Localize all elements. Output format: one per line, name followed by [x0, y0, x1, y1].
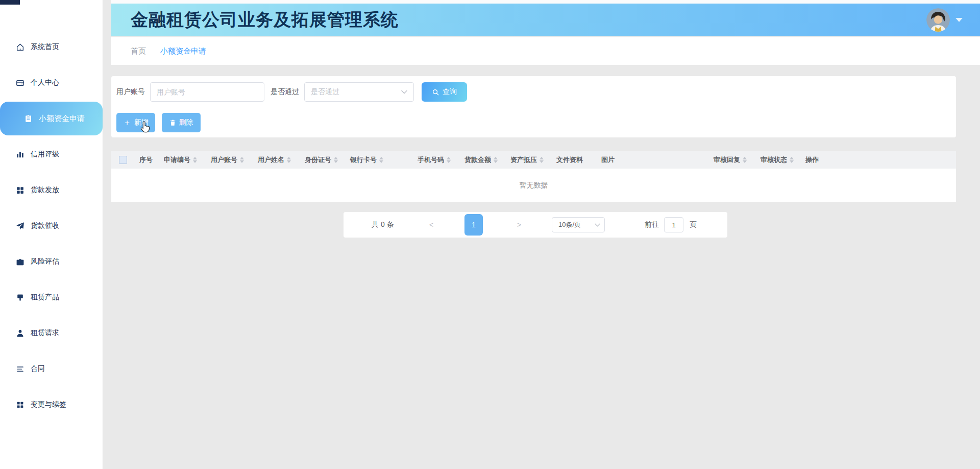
sort-carets-icon[interactable]	[447, 157, 451, 163]
pagination-total: 共 0 条	[372, 220, 394, 229]
send-icon	[16, 222, 24, 230]
action-row: ＋ 新增 删除	[116, 113, 201, 132]
filter-panel: 用户账号 是否通过 是否通过 查询 ＋ 新增	[111, 76, 956, 137]
account-label: 用户账号	[116, 87, 145, 97]
column-label: 审核状态	[761, 155, 787, 165]
filter-row: 用户账号 是否通过 是否通过 查询	[116, 82, 467, 102]
add-button-label: 新增	[134, 118, 149, 127]
home-icon	[16, 43, 24, 52]
column-label: 图片	[601, 155, 615, 165]
column-header-account[interactable]: 用户账号	[206, 155, 253, 165]
column-label: 申请编号	[164, 155, 190, 165]
sidebar-item-lease-product[interactable]: 租赁产品	[0, 279, 103, 315]
column-label: 序号	[139, 155, 153, 165]
top-strip	[111, 0, 980, 4]
sidebar-item-label: 个人中心	[31, 78, 59, 87]
account-input[interactable]	[150, 82, 264, 102]
column-label: 用户账号	[211, 155, 237, 165]
sidebar-item-profile[interactable]: 个人中心	[0, 65, 103, 101]
bar-chart-icon	[16, 150, 24, 159]
column-header-bank-card[interactable]: 银行卡号	[345, 155, 412, 165]
sort-carets-icon[interactable]	[240, 157, 244, 163]
page-1-button[interactable]: 1	[464, 214, 483, 236]
delete-button-label: 删除	[179, 118, 193, 127]
column-header-phone[interactable]: 手机号码	[412, 155, 459, 165]
goto-unit: 页	[690, 220, 697, 229]
pass-select-value: 是否通过	[311, 87, 339, 97]
user-avatar[interactable]	[926, 8, 950, 32]
sidebar-item-label: 风险评估	[31, 257, 59, 266]
sort-carets-icon[interactable]	[790, 157, 794, 163]
person-icon	[16, 329, 24, 338]
search-button[interactable]: 查询	[422, 82, 467, 102]
column-header-review-status[interactable]: 审核状态	[755, 155, 800, 165]
search-icon	[432, 88, 439, 96]
breadcrumb-item-micro-fund-apply[interactable]: 小额资金申请	[160, 46, 206, 56]
sidebar-item-change-renew[interactable]: 变更与续签	[0, 387, 103, 423]
sidebar-item-label: 货款发放	[31, 185, 59, 195]
pass-label: 是否通过	[271, 87, 299, 97]
corner-artifact	[0, 0, 20, 5]
column-label: 操作	[805, 155, 819, 165]
goto-label: 前往	[645, 220, 659, 229]
sort-carets-icon[interactable]	[379, 157, 383, 163]
sidebar-item-credit-rating[interactable]: 信用评级	[0, 136, 103, 172]
sidebar-item-contract[interactable]: 合同	[0, 351, 103, 387]
app-root: 系统首页个人中心小额资金申请信用评级货款发放货款催收风险评估租赁产品租赁请求合同…	[0, 0, 980, 469]
breadcrumb-item-home[interactable]: 首页	[131, 46, 146, 56]
column-header-apply-no[interactable]: 申请编号	[159, 155, 206, 165]
sidebar-item-label: 系统首页	[31, 42, 59, 52]
sidebar-nav: 系统首页个人中心小额资金申请信用评级货款发放货款催收风险评估租赁产品租赁请求合同…	[0, 29, 103, 423]
sort-carets-icon[interactable]	[743, 157, 747, 163]
id-card-icon	[16, 79, 24, 87]
prev-page-button[interactable]: <	[426, 220, 436, 229]
column-header-review-reply[interactable]: 审核回复	[708, 155, 755, 165]
column-label: 银行卡号	[350, 155, 377, 165]
user-caret-icon[interactable]	[955, 18, 963, 22]
column-header-files: 文件资料	[551, 155, 596, 165]
goto-page-input[interactable]	[664, 217, 683, 232]
sort-carets-icon[interactable]	[287, 157, 291, 163]
sidebar-item-micro-fund-apply[interactable]: 小额资金申请	[0, 102, 103, 135]
sort-carets-icon[interactable]	[193, 157, 197, 163]
pass-select[interactable]: 是否通过	[304, 82, 414, 102]
sort-carets-icon[interactable]	[540, 157, 544, 163]
delete-button[interactable]: 删除	[162, 113, 201, 132]
chevron-down-icon	[595, 223, 600, 227]
pagination: 共 0 条 < 1 > 10条/页 前往 页	[344, 212, 727, 238]
sidebar-item-label: 租赁产品	[31, 293, 59, 302]
chevron-down-icon	[401, 90, 407, 94]
column-label: 手机号码	[418, 155, 444, 165]
list-icon	[16, 365, 24, 373]
sidebar-item-loan-collect[interactable]: 货款催收	[0, 208, 103, 244]
column-header-name[interactable]: 用户姓名	[253, 155, 300, 165]
next-page-button[interactable]: >	[514, 220, 524, 229]
sort-carets-icon[interactable]	[334, 157, 338, 163]
grid-small-icon	[16, 401, 24, 409]
table-empty-row: 暂无数据	[111, 169, 956, 202]
user-menu[interactable]	[926, 8, 963, 32]
plus-icon: ＋	[123, 119, 131, 127]
sidebar-item-label: 小额资金申请	[39, 114, 85, 124]
column-header-asset-pledge[interactable]: 资产抵压	[505, 155, 551, 165]
sidebar: 系统首页个人中心小额资金申请信用评级货款发放货款催收风险评估租赁产品租赁请求合同…	[0, 0, 103, 469]
column-header-loan-amount[interactable]: 货款金额	[459, 155, 505, 165]
sidebar-item-label: 货款催收	[31, 221, 59, 230]
sidebar-item-lease-request[interactable]: 租赁请求	[0, 315, 103, 351]
page-size-select[interactable]: 10条/页	[552, 217, 605, 232]
sidebar-item-label: 合同	[31, 364, 45, 373]
column-header-actions: 操作	[800, 155, 956, 165]
add-button[interactable]: ＋ 新增	[116, 113, 155, 132]
sort-carets-icon[interactable]	[494, 157, 498, 163]
sidebar-item-risk-assess[interactable]: 风险评估	[0, 244, 103, 279]
select-all-checkbox[interactable]	[119, 156, 127, 164]
sidebar-item-label: 变更与续签	[31, 400, 66, 409]
column-label: 文件资料	[556, 155, 583, 165]
data-table: 序号申请编号用户账号用户姓名身份证号银行卡号手机号码货款金额资产抵压文件资料图片…	[111, 151, 956, 202]
table-header-row: 序号申请编号用户账号用户姓名身份证号银行卡号手机号码货款金额资产抵压文件资料图片…	[111, 151, 956, 169]
column-header-seq: 序号	[134, 155, 159, 165]
page-size-value: 10条/页	[558, 220, 581, 229]
sidebar-item-loan-issue[interactable]: 货款发放	[0, 172, 103, 208]
column-header-id-card[interactable]: 身份证号	[300, 155, 345, 165]
sidebar-item-home[interactable]: 系统首页	[0, 29, 103, 65]
